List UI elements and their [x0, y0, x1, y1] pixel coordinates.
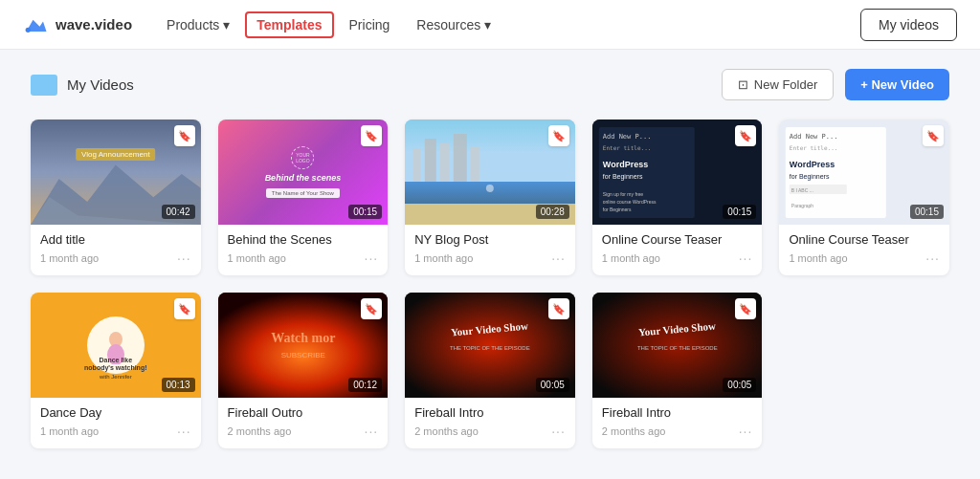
- bookmark-icon-7[interactable]: 🔖: [361, 298, 382, 319]
- video-info-5: Online Course Teaser 1 month ago ···: [779, 225, 949, 275]
- bookmark-icon-6[interactable]: 🔖: [174, 298, 195, 319]
- video-date-6: 1 month ago: [40, 425, 99, 437]
- video-more-4[interactable]: ···: [739, 250, 753, 266]
- duration-3: 00:28: [536, 205, 569, 219]
- new-video-button[interactable]: + New Video: [845, 69, 949, 100]
- my-videos-button[interactable]: My videos: [860, 9, 957, 41]
- svg-text:Paragraph: Paragraph: [791, 203, 814, 208]
- video-date-9: 2 months ago: [602, 425, 666, 437]
- nav-templates[interactable]: Templates: [245, 11, 333, 38]
- video-more-9[interactable]: ···: [739, 424, 753, 439]
- video-title-1: Add title: [40, 232, 191, 247]
- duration-2: 00:15: [348, 205, 382, 219]
- svg-point-1: [26, 27, 31, 32]
- video-title-9: Fireball Intro: [602, 405, 753, 420]
- new-folder-button[interactable]: ⊡ New Folder: [722, 69, 834, 100]
- svg-text:WordPress: WordPress: [790, 160, 835, 169]
- nav-logo[interactable]: wave.video: [23, 11, 132, 38]
- bookmark-icon-4[interactable]: 🔖: [735, 125, 756, 146]
- video-title-6: Dance Day: [40, 405, 191, 420]
- video-card-4[interactable]: Add New P... Enter title... WordPress fo…: [592, 120, 763, 275]
- svg-text:WordPress: WordPress: [603, 160, 648, 169]
- svg-text:for Beginners: for Beginners: [603, 207, 632, 212]
- bookmark-icon-8[interactable]: 🔖: [548, 298, 569, 319]
- video-info-6: Dance Day 1 month ago ···: [31, 398, 201, 448]
- video-more-7[interactable]: ···: [365, 424, 379, 439]
- nav-products[interactable]: Products ▾: [155, 11, 241, 38]
- thumb-wordpress: Add New P... Enter title... WordPress fo…: [592, 120, 763, 225]
- video-title-5: Online Course Teaser: [789, 232, 940, 247]
- svg-rect-10: [454, 134, 467, 182]
- bookmark-icon-1[interactable]: 🔖: [174, 125, 195, 146]
- video-more-2[interactable]: ···: [365, 250, 379, 266]
- video-card-9[interactable]: Your Video Show THE TOPIC OF THE EPISODE…: [592, 293, 763, 448]
- video-info-3: NY Blog Post 1 month ago ···: [405, 225, 575, 275]
- behind-text: Behind the scenes: [265, 173, 342, 184]
- video-title-2: Behind the Scenes: [228, 232, 379, 247]
- video-grid: Vlog Announcement 🔖 00:42 Add title 1 mo…: [31, 120, 949, 448]
- video-meta-3: 1 month ago ···: [414, 250, 566, 266]
- video-info-4: Online Course Teaser 1 month ago ···: [592, 225, 763, 275]
- video-card-6[interactable]: Dance likenobody's watching!with Jennife…: [31, 293, 201, 448]
- svg-text:Enter title...: Enter title...: [790, 144, 838, 151]
- thumb-behind: YOURLOGO Behind the scenes The Name of Y…: [218, 120, 389, 225]
- video-more-3[interactable]: ···: [551, 250, 566, 266]
- thumb-beach: 🔖 00:28: [405, 120, 575, 225]
- video-info-8: Fireball Intro 2 months ago ···: [405, 398, 575, 448]
- video-meta-4: 1 month ago ···: [602, 250, 753, 266]
- video-card-7[interactable]: Watch mor SUBSCRIBE 🔖 00:12 Fireball Out…: [218, 293, 389, 448]
- thumb-fireball-watch: Watch mor SUBSCRIBE 🔖 00:12: [218, 293, 389, 398]
- folder-title: My Videos: [67, 76, 134, 93]
- video-more-5[interactable]: ···: [925, 250, 940, 266]
- nav-links: Products ▾ Templates Pricing Resources ▾: [155, 11, 860, 38]
- svg-text:for Beginners: for Beginners: [603, 173, 643, 181]
- nav-pricing[interactable]: Pricing: [338, 11, 402, 38]
- folder-icon: [31, 75, 57, 96]
- video-info-7: Fireball Outro 2 months ago ···: [218, 398, 389, 448]
- svg-text:Enter title...: Enter title...: [603, 144, 652, 151]
- thumb-mountain: Vlog Announcement 🔖 00:42: [31, 120, 201, 225]
- bookmark-icon-5[interactable]: 🔖: [923, 125, 944, 146]
- video-date-2: 1 month ago: [228, 252, 286, 264]
- video-card-2[interactable]: YOURLOGO Behind the scenes The Name of Y…: [218, 120, 389, 275]
- main-content: My Videos ⊡ New Folder + New Video Vlog …: [0, 50, 980, 468]
- svg-text:THE TOPIC OF THE EPISODE: THE TOPIC OF THE EPISODE: [450, 345, 530, 351]
- video-more-8[interactable]: ···: [551, 424, 566, 439]
- logo-text: wave.video: [56, 16, 132, 33]
- video-meta-1: 1 month ago ···: [40, 250, 191, 266]
- duration-6: 00:13: [162, 378, 195, 392]
- video-meta-8: 2 months ago ···: [414, 424, 566, 439]
- duration-7: 00:12: [348, 378, 382, 392]
- svg-text:THE TOPIC OF THE EPISODE: THE TOPIC OF THE EPISODE: [637, 345, 718, 351]
- video-date-1: 1 month ago: [40, 252, 99, 264]
- video-card-3[interactable]: 🔖 00:28 NY Blog Post 1 month ago ···: [405, 120, 575, 275]
- video-info-9: Fireball Intro 2 months ago ···: [592, 398, 763, 448]
- svg-rect-7: [413, 148, 421, 182]
- video-meta-2: 1 month ago ···: [228, 250, 379, 266]
- video-card-5[interactable]: Add New P... Enter title... WordPress fo…: [779, 120, 949, 275]
- video-title-7: Fireball Outro: [228, 405, 379, 420]
- svg-text:Add New P...: Add New P...: [790, 133, 838, 141]
- folder-label: My Videos: [31, 75, 134, 96]
- svg-rect-9: [440, 143, 450, 182]
- bookmark-icon-9[interactable]: 🔖: [735, 298, 756, 319]
- video-card-8[interactable]: Your Video Show THE TOPIC OF THE EPISODE…: [405, 293, 575, 448]
- video-info-1: Add title 1 month ago ···: [31, 225, 201, 275]
- duration-5: 00:15: [910, 205, 944, 219]
- svg-text:Watch mor: Watch mor: [271, 331, 335, 345]
- nav-resources[interactable]: Resources ▾: [405, 11, 502, 38]
- video-meta-5: 1 month ago ···: [789, 250, 940, 266]
- duration-4: 00:15: [723, 205, 756, 219]
- svg-text:Add New P...: Add New P...: [603, 133, 652, 141]
- svg-point-12: [486, 185, 494, 192]
- bookmark-icon-3[interactable]: 🔖: [548, 125, 569, 146]
- video-more-6[interactable]: ···: [177, 424, 191, 439]
- duration-9: 00:05: [723, 378, 756, 392]
- duration-8: 00:05: [536, 378, 569, 392]
- video-title-4: Online Course Teaser: [602, 232, 753, 247]
- show-name-tag: The Name of Your Show: [266, 188, 340, 198]
- thumb-your-video: Your Video Show THE TOPIC OF THE EPISODE…: [405, 293, 575, 398]
- video-card-1[interactable]: Vlog Announcement 🔖 00:42 Add title 1 mo…: [31, 120, 201, 275]
- bookmark-icon-2[interactable]: 🔖: [361, 125, 382, 146]
- video-more-1[interactable]: ···: [177, 250, 191, 266]
